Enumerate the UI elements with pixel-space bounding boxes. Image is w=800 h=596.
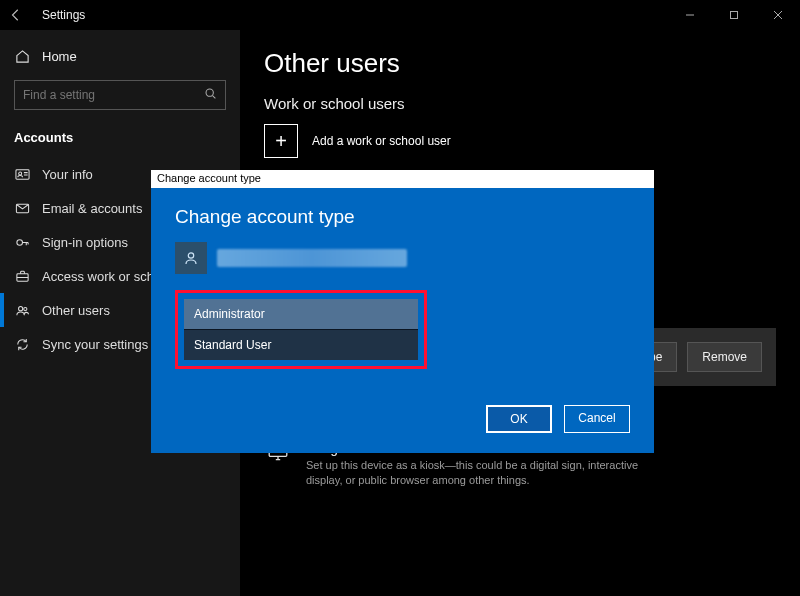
person-icon	[175, 242, 207, 274]
svg-point-9	[23, 307, 26, 310]
account-type-dropdown[interactable]: Administrator Standard User	[175, 290, 427, 369]
key-icon	[14, 234, 30, 250]
cancel-button[interactable]: Cancel	[564, 405, 630, 433]
mail-icon	[14, 200, 30, 216]
dialog-body: Change account type Administrator Standa…	[151, 188, 654, 453]
sidebar-section-accounts: Accounts	[0, 124, 240, 157]
work-school-heading: Work or school users	[264, 95, 776, 112]
svg-point-2	[206, 89, 213, 96]
add-work-school-user[interactable]: + Add a work or school user	[264, 124, 776, 158]
page-title: Other users	[264, 48, 776, 79]
dialog-user	[175, 242, 630, 274]
window-title: Settings	[42, 8, 85, 22]
svg-point-4	[18, 172, 21, 175]
dialog-titlebar: Change account type	[151, 170, 654, 188]
sidebar-item-label: Your info	[42, 167, 93, 182]
remove-button[interactable]: Remove	[687, 342, 762, 372]
search-icon	[204, 87, 217, 103]
sidebar-item-label: Other users	[42, 303, 110, 318]
sidebar-item-label: Email & accounts	[42, 201, 142, 216]
dropdown-option-standard-user[interactable]: Standard User	[184, 329, 418, 360]
back-button[interactable]	[0, 0, 32, 30]
briefcase-icon	[14, 268, 30, 284]
sidebar-search[interactable]	[14, 80, 226, 110]
titlebar: Settings	[0, 0, 800, 30]
person-badge-icon	[14, 166, 30, 182]
settings-window: Settings Home Accounts	[0, 0, 800, 596]
change-account-type-dialog: Change account type Change account type …	[151, 170, 654, 453]
svg-point-11	[188, 253, 193, 258]
sync-icon	[14, 336, 30, 352]
dropdown-option-administrator[interactable]: Administrator	[184, 299, 418, 329]
sidebar-home-label: Home	[42, 49, 77, 64]
search-input[interactable]	[23, 88, 204, 102]
plus-icon: +	[264, 124, 298, 158]
dialog-heading: Change account type	[175, 206, 630, 228]
home-icon	[14, 48, 30, 64]
dialog-buttons: OK Cancel	[175, 405, 630, 433]
close-button[interactable]	[756, 0, 800, 30]
add-work-school-label: Add a work or school user	[312, 134, 451, 148]
svg-rect-1	[731, 12, 738, 19]
window-controls	[668, 0, 800, 30]
people-icon	[14, 302, 30, 318]
svg-point-6	[16, 239, 22, 245]
sidebar-item-label: Sign-in options	[42, 235, 128, 250]
ok-button[interactable]: OK	[486, 405, 552, 433]
sidebar-item-label: Sync your settings	[42, 337, 148, 352]
maximize-button[interactable]	[712, 0, 756, 30]
svg-point-8	[18, 306, 22, 310]
sidebar-home[interactable]: Home	[0, 40, 240, 72]
kiosk-description: Set up this device as a kiosk—this could…	[306, 458, 666, 489]
user-name-redacted	[217, 249, 407, 267]
minimize-button[interactable]	[668, 0, 712, 30]
